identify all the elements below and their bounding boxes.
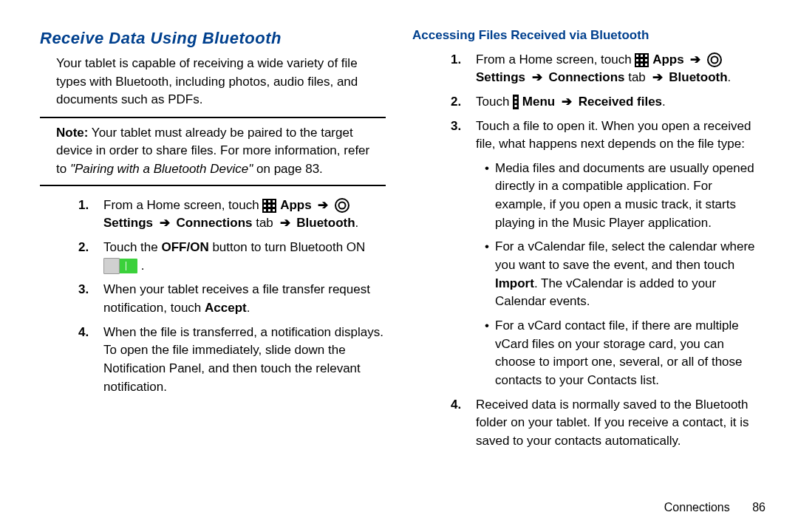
arrow-icon — [315, 198, 331, 212]
step-number: 1. — [78, 197, 89, 215]
step-text: Touch — [476, 95, 513, 109]
svg-rect-7 — [264, 209, 266, 211]
left-step-2: 2. Touch the OFF/ON button to turn Bluet… — [78, 239, 386, 275]
arrow-icon — [157, 216, 173, 230]
received-files-label: Received files — [575, 95, 662, 109]
step-number: 4. — [78, 324, 89, 342]
right-step-3: 3. Touch a file to open it. When you ope… — [451, 117, 758, 390]
step-number: 4. — [451, 396, 461, 415]
accept-label: Accept — [205, 301, 247, 315]
arrow-icon — [649, 70, 666, 84]
svg-rect-9 — [273, 209, 275, 211]
svg-rect-6 — [273, 205, 275, 207]
step-number: 2. — [451, 93, 461, 112]
step-text: Touch a file to open it. When you open a… — [476, 119, 751, 151]
svg-rect-21 — [645, 64, 647, 66]
svg-rect-17 — [641, 59, 643, 61]
arrow-icon — [529, 70, 545, 84]
svg-point-22 — [708, 53, 721, 66]
sub-section-title: Accessing Files Received via Bluetooth — [412, 27, 758, 45]
svg-rect-19 — [636, 64, 638, 66]
import-label: Import — [495, 276, 534, 290]
svg-rect-25 — [515, 97, 517, 99]
intro-text: Your tablet is capable of receiving a wi… — [56, 55, 386, 109]
svg-rect-15 — [645, 55, 647, 57]
page: Receive Data Using Bluetooth Your tablet… — [0, 0, 798, 532]
settings-gear-icon — [335, 198, 349, 213]
svg-rect-27 — [515, 105, 517, 107]
step-number: 2. — [78, 239, 89, 257]
svg-point-10 — [335, 199, 349, 212]
bullet-vcard: For a vCard contact file, if there are m… — [485, 317, 758, 390]
menu-dots-icon — [513, 95, 519, 109]
left-steps: 1. From a Home screen, touch Apps Settin… — [40, 197, 386, 396]
apps-label: Apps — [652, 52, 687, 66]
left-step-4: 4. When the file is transferred, a notif… — [78, 324, 386, 397]
step-number: 3. — [78, 281, 89, 299]
toggle-on-icon — [103, 259, 137, 273]
svg-rect-13 — [636, 55, 638, 57]
right-step-4: 4. Received data is normally saved to th… — [451, 396, 758, 451]
note-ref-suffix: on page 83. — [253, 162, 323, 176]
arrow-icon — [559, 95, 575, 109]
arrow-icon — [687, 52, 703, 66]
bullet-vcalendar: For a vCalendar file, select the calenda… — [485, 238, 758, 311]
svg-rect-4 — [264, 205, 266, 207]
menu-label: Menu — [522, 95, 559, 109]
arrow-icon — [277, 216, 293, 230]
step-text: Touch the — [103, 240, 161, 254]
connections-label: Connections — [545, 70, 625, 84]
bullet-text: For a vCalendar file, select the calenda… — [495, 239, 755, 272]
note-label: Note: — [56, 126, 88, 140]
right-steps: 1. From a Home screen, touch Apps Settin… — [412, 51, 758, 451]
svg-point-23 — [712, 57, 718, 64]
right-step-1: 1. From a Home screen, touch Apps Settin… — [451, 51, 758, 87]
step-number: 1. — [451, 51, 461, 69]
note-reference: "Pairing with a Bluetooth Device" — [70, 162, 253, 176]
tab-word: tab — [252, 216, 276, 230]
step-number: 3. — [451, 117, 461, 136]
step-text: Received data is normally saved to the B… — [476, 398, 748, 448]
left-step-3: 3. When your tablet receives a file tran… — [78, 281, 386, 317]
note-box: Note: Your tablet must already be paired… — [40, 117, 386, 186]
section-title: Receive Data Using Bluetooth — [40, 27, 386, 50]
connections-label: Connections — [173, 216, 253, 230]
svg-rect-1 — [264, 200, 266, 202]
step-text: From a Home screen, touch — [476, 52, 635, 66]
apps-grid-icon — [635, 53, 649, 67]
svg-rect-14 — [641, 55, 643, 57]
right-column: Accessing Files Received via Bluetooth 1… — [399, 16, 771, 525]
bluetooth-label: Bluetooth — [666, 70, 728, 84]
bullet-media: Media files and documents are usually op… — [485, 160, 758, 233]
settings-label: Settings — [476, 70, 529, 84]
left-step-1: 1. From a Home screen, touch Apps Settin… — [78, 197, 386, 233]
svg-point-11 — [339, 202, 346, 209]
footer-page-number: 86 — [752, 501, 765, 514]
file-type-bullets: Media files and documents are usually op… — [476, 160, 758, 390]
step-text: When the file is transferred, a notifica… — [103, 325, 383, 394]
svg-rect-16 — [636, 59, 638, 61]
page-footer: Connections 86 — [664, 499, 765, 516]
svg-rect-2 — [268, 200, 270, 202]
settings-gear-icon — [707, 52, 722, 67]
apps-grid-icon — [262, 199, 276, 213]
settings-label: Settings — [103, 216, 157, 230]
left-column: Receive Data Using Bluetooth Your tablet… — [27, 16, 399, 525]
svg-rect-26 — [515, 101, 517, 103]
step-text: From a Home screen, touch — [103, 198, 262, 212]
apps-label: Apps — [280, 198, 315, 212]
footer-section: Connections — [664, 501, 730, 514]
step-text: button to turn Bluetooth ON — [209, 240, 366, 254]
off-on-label: OFF/ON — [161, 240, 208, 254]
svg-rect-5 — [268, 205, 270, 207]
svg-rect-18 — [645, 59, 647, 61]
svg-rect-20 — [641, 64, 643, 66]
right-step-2: 2. Touch Menu Received files. — [451, 93, 758, 112]
svg-rect-8 — [268, 209, 270, 211]
bluetooth-label: Bluetooth — [293, 216, 355, 230]
svg-rect-3 — [273, 200, 275, 202]
tab-word: tab — [624, 70, 649, 84]
